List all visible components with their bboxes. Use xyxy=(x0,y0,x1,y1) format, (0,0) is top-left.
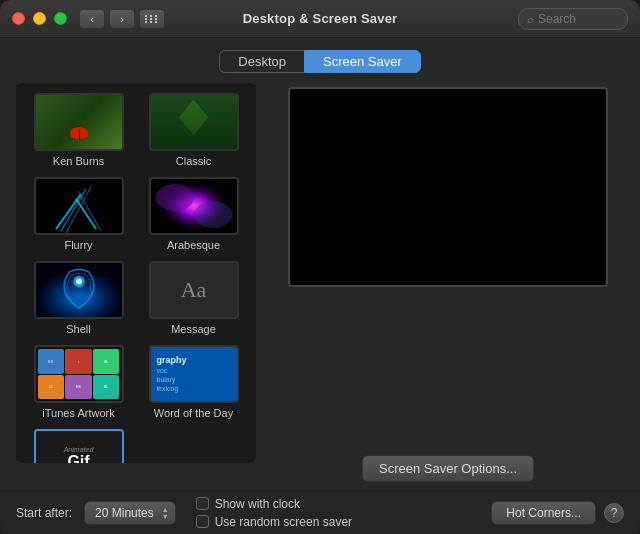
show-clock-label: Show with clock xyxy=(215,497,300,511)
traffic-lights xyxy=(12,12,67,25)
saver-label-itunes-artwork: iTunes Artwork xyxy=(42,407,114,419)
saver-thumb-word-of-day: graphy voc bulary lexicog xyxy=(149,345,239,403)
saver-item-message[interactable]: Aa Message xyxy=(139,259,248,337)
saver-item-animated-gif[interactable]: Animated Gif AnimatedGif xyxy=(24,427,133,463)
saver-thumb-itunes-artwork: ES ♪ AL JZ RK BL xyxy=(34,345,124,403)
random-saver-label: Use random screen saver xyxy=(215,515,352,529)
saver-thumb-message: Aa xyxy=(149,261,239,319)
saver-thumb-ken-burns xyxy=(34,93,124,151)
search-box[interactable]: ⌕ xyxy=(518,8,628,30)
saver-thumb-arabesque xyxy=(149,177,239,235)
saver-label-message: Message xyxy=(171,323,216,335)
saver-thumb-flurry xyxy=(34,177,124,235)
saver-item-flurry[interactable]: Flurry xyxy=(24,175,133,253)
animated-thumb-text-big: Gif xyxy=(67,454,89,463)
saver-item-classic[interactable]: Classic xyxy=(139,91,248,169)
minimize-button[interactable] xyxy=(33,12,46,25)
saver-thumb-classic xyxy=(149,93,239,151)
random-saver-row: Use random screen saver xyxy=(196,515,352,529)
maximize-button[interactable] xyxy=(54,12,67,25)
saver-list: Ken Burns Classic xyxy=(16,83,256,463)
saver-item-arabesque[interactable]: Arabesque xyxy=(139,175,248,253)
show-clock-checkbox[interactable] xyxy=(196,497,209,510)
window-title: Desktop & Screen Saver xyxy=(243,11,398,26)
preview-area: Screen Saver Options... xyxy=(272,83,624,490)
hot-corners-button[interactable]: Hot Corners... xyxy=(491,501,596,525)
random-saver-checkbox[interactable] xyxy=(196,515,209,528)
bottom-bar: Start after: 20 Minutes ▲ ▼ Show with cl… xyxy=(0,490,640,534)
grid-button[interactable] xyxy=(139,9,165,29)
tab-desktop[interactable]: Desktop xyxy=(219,50,304,73)
tab-bar: Desktop Screen Saver xyxy=(0,38,640,83)
saver-thumb-shell xyxy=(34,261,124,319)
chevron-down-icon: ▼ xyxy=(162,513,169,520)
message-aa-text: Aa xyxy=(181,277,207,303)
svg-point-7 xyxy=(194,201,232,228)
saver-label-classic: Classic xyxy=(176,155,211,167)
saver-item-word-of-day[interactable]: graphy voc bulary lexicog Word of the Da… xyxy=(139,343,248,421)
nav-buttons: ‹ › xyxy=(79,9,135,29)
main-content: Desktop Screen Saver Ken Burns xyxy=(0,38,640,534)
word-thumb-text4: lexicog xyxy=(157,384,179,393)
show-clock-row: Show with clock xyxy=(196,497,352,511)
body-area: Ken Burns Classic xyxy=(0,83,640,490)
saver-label-shell: Shell xyxy=(66,323,90,335)
back-button[interactable]: ‹ xyxy=(79,9,105,29)
svg-line-4 xyxy=(78,191,101,231)
saver-label-ken-burns: Ken Burns xyxy=(53,155,104,167)
close-button[interactable] xyxy=(12,12,25,25)
saver-item-itunes-artwork[interactable]: ES ♪ AL JZ RK BL iTunes Artwork xyxy=(24,343,133,421)
start-after-value: 20 Minutes xyxy=(95,506,154,520)
search-icon: ⌕ xyxy=(527,13,534,25)
tab-screensaver[interactable]: Screen Saver xyxy=(304,50,421,73)
svg-point-10 xyxy=(76,279,82,285)
titlebar: ‹ › Desktop & Screen Saver ⌕ xyxy=(0,0,640,38)
select-arrows: ▲ ▼ xyxy=(162,506,169,520)
forward-button[interactable]: › xyxy=(109,9,135,29)
word-thumb-text3: bulary xyxy=(157,375,176,384)
saver-label-word-of-day: Word of the Day xyxy=(154,407,233,419)
checkbox-group: Show with clock Use random screen saver xyxy=(196,497,352,529)
start-after-label: Start after: xyxy=(16,506,72,520)
word-thumb-text1: graphy xyxy=(157,355,187,367)
screen-saver-options-button[interactable]: Screen Saver Options... xyxy=(362,455,534,482)
bottom-right-buttons: Hot Corners... ? xyxy=(491,501,624,525)
saver-item-ken-burns[interactable]: Ken Burns xyxy=(24,91,133,169)
search-input[interactable] xyxy=(538,12,618,26)
saver-item-shell[interactable]: Shell xyxy=(24,259,133,337)
saver-thumb-animated-gif: Animated Gif xyxy=(34,429,124,463)
start-after-select[interactable]: 20 Minutes ▲ ▼ xyxy=(84,501,176,525)
saver-label-flurry: Flurry xyxy=(64,239,92,251)
word-thumb-text2: voc xyxy=(157,366,168,375)
saver-label-arabesque: Arabesque xyxy=(167,239,220,251)
preview-screen xyxy=(288,87,608,287)
chevron-up-icon: ▲ xyxy=(162,506,169,513)
help-button[interactable]: ? xyxy=(604,503,624,523)
svg-point-6 xyxy=(155,184,193,211)
